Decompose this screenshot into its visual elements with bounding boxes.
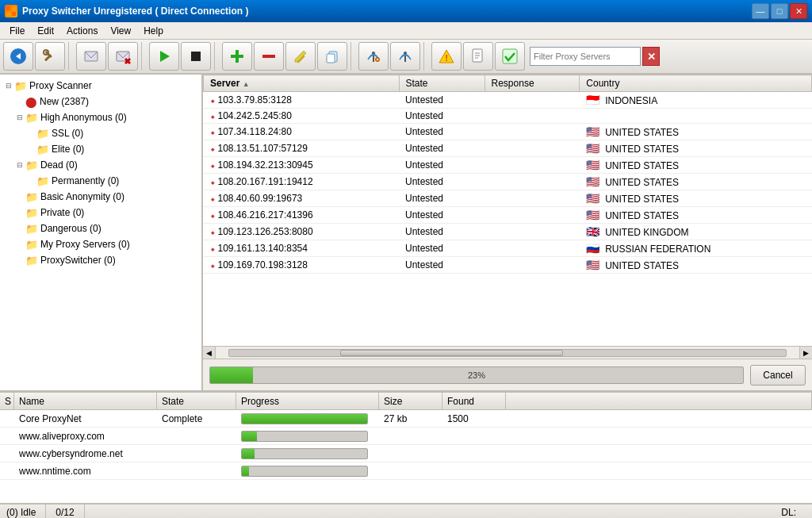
new-btn[interactable]: [76, 42, 106, 71]
remove-btn[interactable]: [254, 42, 284, 71]
expand-high-anon: ⊟: [14, 113, 25, 121]
cell-country: 🇬🇧 UNITED KINGDOM: [580, 224, 812, 240]
new-label: New (2387): [40, 96, 89, 107]
sidebar-item-dead[interactable]: ⊟ 📁 Dead (0): [0, 157, 201, 173]
col-response[interactable]: Response: [485, 75, 580, 92]
cell-country: 🇺🇸 UNITED STATES: [580, 257, 812, 274]
scroll-left-btn[interactable]: ◀: [203, 347, 216, 359]
edit-btn[interactable]: [285, 42, 316, 71]
mini-progress-fill: [242, 466, 249, 476]
antenna2-btn[interactable]: [390, 42, 420, 71]
proxy-table: Server ▲ State Response Country ⬥103.3.7…: [203, 75, 812, 346]
list-item[interactable]: www.aliveproxy.com: [0, 428, 812, 445]
check-btn[interactable]: [495, 42, 525, 71]
sidebar-item-proxy-scanner[interactable]: ⊟ 📁 Proxy Scanner: [0, 78, 201, 94]
cell-country: 🇷🇺 RUSSIAN FEDERATION: [580, 240, 812, 257]
cell-country: 🇺🇸 UNITED STATES: [580, 140, 812, 157]
sidebar-item-private[interactable]: 📁 Private (0): [0, 205, 201, 221]
sidebar-item-elite[interactable]: 📁 Elite (0): [0, 141, 201, 157]
proxy-icon: ⬥: [210, 194, 216, 203]
expand-proxy-scanner: ⊟: [3, 82, 14, 90]
mini-progress-bar: [241, 466, 368, 477]
proxy-icon: ⬥: [210, 244, 216, 253]
status-progress: 0/12: [46, 505, 84, 518]
table-row[interactable]: ⬥108.40.60.99:19673 Untested 🇺🇸 UNITED S…: [204, 190, 812, 207]
tools-btn[interactable]: [35, 42, 65, 71]
table-row[interactable]: ⬥108.20.167.191:19412 Untested 🇺🇸 UNITED…: [204, 174, 812, 190]
col-name: Name: [14, 393, 157, 409]
cell-state: Untested: [399, 92, 485, 109]
cell-progress: [236, 448, 379, 459]
horiz-scroll-thumb[interactable]: [340, 350, 563, 356]
cell-name: Core ProxyNet: [14, 413, 157, 424]
sidebar-item-new[interactable]: ⬤ New (2387): [0, 94, 201, 109]
table-row[interactable]: ⬥103.3.79.85:3128 Untested 🇮🇩 INDONESIA: [204, 92, 812, 109]
table-row[interactable]: ⬥109.161.13.140:8354 Untested 🇷🇺 RUSSIAN…: [204, 240, 812, 257]
back-btn[interactable]: [3, 42, 33, 71]
folder-icon-ha: 📁: [25, 112, 38, 124]
table-row[interactable]: ⬥107.34.118.24:80 Untested 🇺🇸 UNITED STA…: [204, 124, 812, 140]
sidebar-item-ssl[interactable]: 📁 SSL (0): [0, 125, 201, 141]
cell-response: [485, 157, 580, 174]
sidebar-item-permanently[interactable]: 📁 Permanently (0): [0, 173, 201, 189]
table-row[interactable]: ⬥109.169.70.198:3128 Untested 🇺🇸 UNITED …: [204, 257, 812, 274]
menu-view[interactable]: View: [104, 24, 137, 38]
sidebar-item-high-anonymous[interactable]: ⊟ 📁 High Anonymous (0): [0, 109, 201, 125]
maximize-btn[interactable]: □: [771, 3, 788, 19]
window-title: Proxy Switcher Unregistered ( Direct Con…: [22, 6, 248, 17]
col-server[interactable]: Server ▲: [204, 75, 400, 92]
copy-btn[interactable]: [317, 42, 347, 71]
close-btn[interactable]: ✕: [790, 3, 807, 19]
table-row[interactable]: ⬥104.242.5.245:80 Untested: [204, 109, 812, 124]
filter-input[interactable]: [530, 47, 641, 66]
doc-btn[interactable]: [463, 42, 493, 71]
app-icon: [5, 5, 17, 17]
col-country[interactable]: Country: [580, 75, 812, 92]
status-text: (0) Idle: [6, 507, 36, 518]
horiz-scrollbar[interactable]: ◀ ▶: [203, 346, 812, 359]
cell-server: ⬥108.46.216.217:41396: [204, 207, 400, 224]
flag-icon: 🇺🇸: [586, 192, 599, 205]
cell-state: Untested: [399, 190, 485, 207]
menu-actions[interactable]: Actions: [60, 24, 104, 38]
mini-progress-fill: [242, 432, 257, 441]
stop-btn[interactable]: [181, 42, 211, 71]
cancel-btn[interactable]: Cancel: [750, 365, 806, 386]
table-row[interactable]: ⬥108.13.51.107:57129 Untested 🇺🇸 UNITED …: [204, 140, 812, 157]
list-item[interactable]: www.cybersyndrome.net: [0, 445, 812, 462]
table-row[interactable]: ⬥108.46.216.217:41396 Untested 🇺🇸 UNITED…: [204, 207, 812, 224]
delete-btn[interactable]: [108, 42, 138, 71]
filter-clear-btn[interactable]: ✕: [642, 47, 660, 66]
cell-name: www.cybersyndrome.net: [14, 448, 157, 459]
minimize-btn[interactable]: —: [752, 3, 769, 19]
sidebar-item-basic-anonymity[interactable]: 📁 Basic Anonymity (0): [0, 189, 201, 205]
list-item[interactable]: www.nntime.com: [0, 462, 812, 480]
menu-help[interactable]: Help: [137, 24, 170, 38]
start-btn[interactable]: [149, 42, 179, 71]
antenna1-btn[interactable]: [358, 42, 389, 71]
add-btn[interactable]: [222, 42, 252, 71]
list-item[interactable]: Core ProxyNet Complete 27 kb 1500: [0, 410, 812, 428]
table-row[interactable]: ⬥108.194.32.213:30945 Untested 🇺🇸 UNITED…: [204, 157, 812, 174]
cell-server: ⬥109.123.126.253:8080: [204, 224, 400, 240]
menu-edit[interactable]: Edit: [31, 24, 60, 38]
proxy-data-table: Server ▲ State Response Country ⬥103.3.7…: [203, 75, 812, 274]
cell-progress: [236, 466, 379, 477]
sidebar-item-my-proxy-servers[interactable]: 📁 My Proxy Servers (0): [0, 236, 201, 252]
sidebar-item-dangerous[interactable]: 📁 Dangerous (0): [0, 221, 201, 236]
flag-icon: 🇺🇸: [586, 175, 599, 188]
bottom-rows: Core ProxyNet Complete 27 kb 1500 www.al…: [0, 410, 812, 503]
scroll-right-btn[interactable]: ▶: [799, 347, 812, 359]
table-row[interactable]: ⬥109.123.126.253:8080 Untested 🇬🇧 UNITED…: [204, 224, 812, 240]
cell-country: 🇺🇸 UNITED STATES: [580, 157, 812, 174]
menu-file[interactable]: File: [3, 24, 31, 38]
col-state[interactable]: State: [399, 75, 485, 92]
alert-btn[interactable]: !: [431, 42, 462, 71]
mini-progress-fill: [242, 449, 255, 459]
my-proxy-servers-label: My Proxy Servers (0): [40, 239, 130, 250]
sidebar-item-proxyswitcher[interactable]: 📁 ProxySwitcher (0): [0, 252, 201, 268]
col-size: Size: [379, 393, 442, 409]
proxy-icon: ⬥: [210, 160, 216, 170]
cell-server: ⬥108.194.32.213:30945: [204, 157, 400, 174]
flag-icon: 🇮🇩: [586, 94, 599, 106]
